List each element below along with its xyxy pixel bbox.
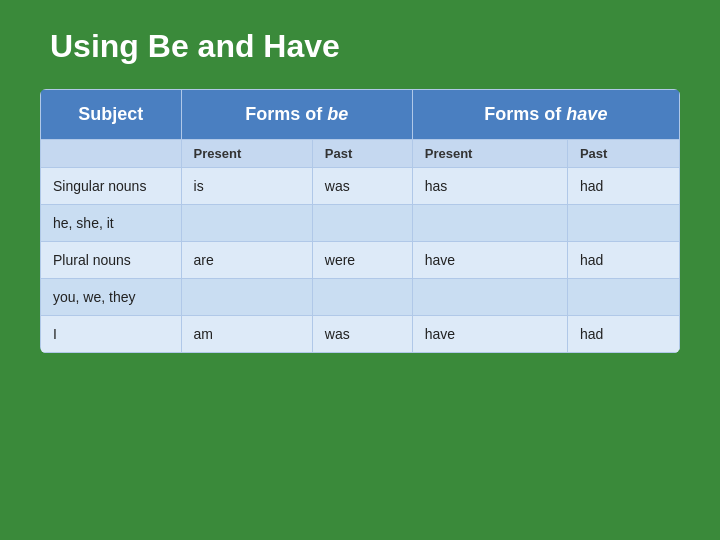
cell-have-present: have (412, 316, 567, 353)
cell-have-present: have (412, 242, 567, 279)
table-row: Iamwashavehad (41, 316, 680, 353)
subheader-have-past: Past (567, 140, 679, 168)
cell-be-past (312, 205, 412, 242)
header-subject: Subject (41, 90, 182, 140)
cell-subject: Plural nouns (41, 242, 182, 279)
table-subheader-row: Present Past Present Past (41, 140, 680, 168)
cell-subject: you, we, they (41, 279, 182, 316)
subheader-subject (41, 140, 182, 168)
header-forms-have: Forms of have (412, 90, 679, 140)
subheader-be-present: Present (181, 140, 312, 168)
cell-be-present: is (181, 168, 312, 205)
cell-have-present (412, 205, 567, 242)
table-row: he, she, it (41, 205, 680, 242)
table-row: you, we, they (41, 279, 680, 316)
main-table: Subject Forms of be Forms of have Presen… (40, 89, 680, 353)
cell-subject: he, she, it (41, 205, 182, 242)
cell-have-present: has (412, 168, 567, 205)
table-header-row: Subject Forms of be Forms of have (41, 90, 680, 140)
cell-subject: Singular nouns (41, 168, 182, 205)
cell-be-past: was (312, 316, 412, 353)
cell-be-present: am (181, 316, 312, 353)
cell-be-past: was (312, 168, 412, 205)
cell-have-past: had (567, 316, 679, 353)
cell-have-past: had (567, 242, 679, 279)
cell-be-present (181, 205, 312, 242)
subheader-have-present: Present (412, 140, 567, 168)
cell-be-present: are (181, 242, 312, 279)
cell-have-past: had (567, 168, 679, 205)
cell-have-present (412, 279, 567, 316)
table-row: Plural nounsarewerehavehad (41, 242, 680, 279)
cell-have-past (567, 279, 679, 316)
cell-be-present (181, 279, 312, 316)
page-title: Using Be and Have (50, 28, 340, 65)
cell-be-past (312, 279, 412, 316)
table-row: Singular nounsiswashashad (41, 168, 680, 205)
cell-have-past (567, 205, 679, 242)
cell-subject: I (41, 316, 182, 353)
header-forms-be: Forms of be (181, 90, 412, 140)
cell-be-past: were (312, 242, 412, 279)
subheader-be-past: Past (312, 140, 412, 168)
